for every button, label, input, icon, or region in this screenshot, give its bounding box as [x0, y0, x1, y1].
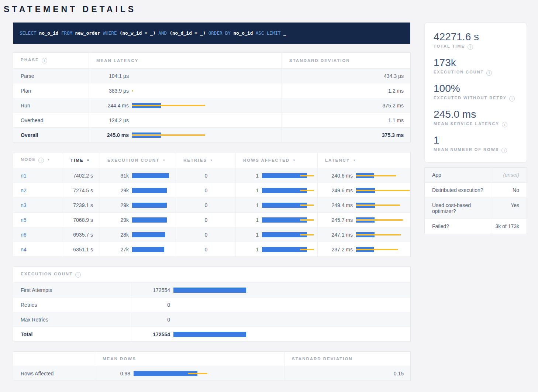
table-row: n46351.1 s27k01237.2 ms: [13, 242, 411, 257]
info-icon[interactable]: i: [75, 272, 81, 278]
latency-bar: [132, 73, 205, 79]
latency-value: 240.6 ms: [325, 173, 353, 179]
phase-name: Overhead: [13, 113, 89, 128]
bar-cell: 249.4 ms: [318, 198, 411, 213]
mean-bar: [132, 188, 167, 193]
node-link[interactable]: n1: [21, 173, 27, 179]
summary-stat: 1MEAN NUMBER OF ROWSi: [434, 134, 518, 153]
header-label: EXECUTION COUNT: [107, 158, 159, 162]
std-dev-whisker: [300, 219, 314, 221]
time-value: 7274.5 s: [63, 183, 100, 198]
sql-identifier: =: [142, 30, 147, 36]
node-table-header-node[interactable]: NODEi▼: [13, 152, 63, 168]
node-table-header-latency[interactable]: LATENCY▼: [318, 152, 411, 168]
node-table: NODEi▼TIME▼EXECUTION COUNT▼RETRIES▼ROWS …: [13, 152, 411, 257]
stat-value: 42271.6 s: [434, 31, 518, 43]
statement-sql: SELECT no_o_id FROM new_order WHERE (no_…: [13, 23, 410, 44]
sql-identifier: (no_w_id: [117, 30, 142, 36]
execution-count-header: EXECUTION COUNTi: [13, 267, 411, 283]
node-link[interactable]: n6: [21, 232, 27, 238]
latency-value: 247.1 ms: [325, 232, 353, 238]
sort-arrow-icon: ▼: [47, 158, 51, 161]
phase-row: Overall245.0 ms375.3 ms: [13, 128, 411, 142]
latency-value: 249.4 ms: [325, 202, 353, 208]
mean-latency-value: 244.4 ms: [96, 103, 129, 109]
std-dev-whisker: [356, 190, 410, 191]
stat-label: TOTAL TIMEi: [434, 44, 518, 50]
statement-details-page: STATEMENT DETAILS SELECT no_o_id FROM ne…: [0, 0, 538, 381]
latency-bar: [262, 188, 314, 193]
latency-bar: [132, 217, 169, 223]
node-cell: n1: [13, 168, 63, 183]
phase-name: Parse: [13, 69, 89, 83]
bar-cell: 29k: [100, 213, 176, 227]
header-label: NODE: [21, 157, 36, 162]
sql-keyword: FROM: [58, 30, 72, 36]
std-dev-whisker: [132, 134, 205, 136]
execution-count-label: First Attempts: [13, 283, 131, 298]
info-icon[interactable]: i: [42, 58, 47, 63]
std-dev-whisker: [300, 204, 314, 206]
node-link[interactable]: n3: [21, 202, 27, 208]
node-link[interactable]: n5: [21, 217, 27, 223]
table-row: Max Retries0: [13, 312, 411, 327]
latency-bar: [262, 203, 314, 208]
sql-keyword: ORDER: [206, 30, 222, 36]
mean-bar: [132, 232, 165, 237]
mean-bar: [173, 288, 246, 293]
stat-value: 100%: [434, 83, 518, 94]
node-table-header-retries[interactable]: RETRIES▼: [176, 152, 236, 168]
std-dev-value: 434.3 µs: [282, 69, 411, 83]
table-row: Total172554: [13, 327, 411, 342]
latency-bar: [356, 217, 410, 223]
node-link[interactable]: n2: [21, 188, 27, 193]
phase-row: Plan383.9 µs1.2 ms: [13, 83, 411, 98]
sql-identifier: _: [281, 30, 286, 36]
info-icon[interactable]: i: [468, 44, 473, 50]
detail-row: App(unset): [425, 168, 527, 183]
main-column: SELECT no_o_id FROM new_order WHERE (no_…: [13, 23, 410, 381]
rows-affected-table: MEAN ROWS STANDARD DEVIATION Rows Affect…: [13, 351, 411, 381]
info-icon[interactable]: i: [38, 158, 44, 163]
std-dev-whisker: [132, 90, 133, 92]
bar-cell: 1: [236, 227, 318, 242]
retries-value: 0: [176, 227, 236, 242]
execution-count-value: 0: [139, 317, 170, 323]
phase-row: Run244.4 ms375.2 ms: [13, 98, 411, 113]
detail-row: Used cost-based optimizer?Yes: [425, 198, 527, 219]
std-dev-whisker: [356, 219, 403, 221]
bar-cell: 383.9 µs: [89, 83, 282, 98]
std-dev-header: STANDARD DEVIATION: [282, 53, 411, 69]
node-table-header-execution-count[interactable]: EXECUTION COUNT▼: [100, 152, 176, 168]
node-table-header-rows-affected[interactable]: ROWS AFFECTED▼: [236, 152, 318, 168]
mean-bar: [132, 247, 164, 252]
bar-cell: 1: [236, 213, 318, 227]
bar-cell: 1: [236, 168, 318, 183]
summary-stat: 100%EXECUTED WITHOUT RETRYi: [434, 83, 518, 102]
std-dev-whisker: [356, 234, 401, 235]
time-value: 6935.7 s: [63, 227, 100, 242]
info-icon[interactable]: i: [501, 148, 507, 153]
latency-bar: [134, 371, 207, 376]
execution-count-value: 0: [139, 302, 170, 308]
bar-cell: 247.1 ms: [318, 227, 411, 242]
bar-cell: 172554: [131, 327, 411, 342]
rows-affected-value: 1: [243, 247, 259, 252]
std-dev-whisker: [300, 234, 314, 235]
node-link[interactable]: n4: [21, 247, 27, 252]
info-icon[interactable]: i: [509, 96, 515, 102]
latency-bar: [356, 173, 410, 178]
stat-value: 173k: [434, 57, 518, 69]
stat-value: 245.0 ms: [434, 109, 518, 120]
info-icon[interactable]: i: [486, 70, 492, 76]
execution-count-value: 31k: [107, 173, 129, 179]
mean-bar: [132, 203, 167, 208]
detail-value: (unset): [492, 168, 527, 183]
node-table-header-time[interactable]: TIME▼: [63, 152, 100, 168]
sql-keyword: WHERE: [100, 30, 117, 36]
execution-count-table: EXECUTION COUNTi First Attempts172554Ret…: [13, 267, 411, 342]
node-cell: n5: [13, 213, 63, 227]
stat-label: EXECUTION COUNTi: [434, 70, 518, 76]
info-icon[interactable]: i: [502, 122, 507, 127]
phase-name: Plan: [13, 83, 89, 98]
